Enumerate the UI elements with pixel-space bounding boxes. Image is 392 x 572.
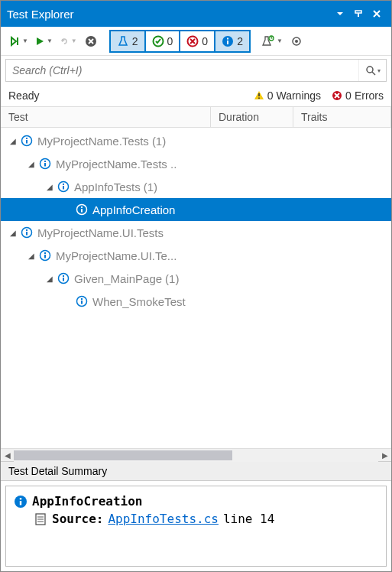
repeat-run-button[interactable]: ▼ — [56, 31, 80, 52]
svg-rect-21 — [44, 163, 46, 167]
errors-status[interactable]: 0 Errors — [332, 89, 384, 102]
search-button[interactable]: ▾ — [358, 60, 386, 81]
close-icon[interactable] — [368, 5, 385, 22]
svg-rect-0 — [355, 11, 361, 13]
run-all-button[interactable]: ▼ — [7, 31, 31, 52]
svg-rect-26 — [81, 206, 83, 208]
document-icon — [34, 512, 47, 526]
stop-button[interactable] — [80, 31, 102, 52]
chevron-down-icon: ▼ — [22, 37, 28, 44]
settings-button[interactable] — [286, 31, 307, 52]
svg-rect-20 — [44, 161, 46, 162]
horizontal-scrollbar[interactable]: ◀ ▶ — [1, 448, 391, 461]
test-counters: 2 0 0 2 — [109, 30, 251, 53]
info-icon — [76, 203, 88, 216]
scroll-right-icon[interactable]: ▶ — [378, 449, 391, 462]
detail-test-name: AppInfoCreation — [32, 494, 143, 509]
col-test[interactable]: Test — [1, 107, 211, 127]
errors-count: 0 — [345, 89, 352, 102]
source-suffix: line 14 — [223, 512, 274, 526]
info-icon — [21, 135, 33, 147]
detail-header: Test Detail Summary — [1, 461, 391, 481]
failed-tests-counter[interactable]: 0 — [180, 31, 215, 51]
source-link[interactable]: AppInfoTests.cs — [108, 512, 219, 526]
x-circle-icon — [186, 35, 199, 47]
svg-rect-1 — [358, 13, 359, 17]
status-row: Ready 0 Warnings 0 Errors — [1, 85, 391, 106]
chevron-down-icon: ▾ — [377, 67, 381, 74]
tree-node[interactable]: ◢ MyProjectName.UI.Te... — [1, 244, 391, 267]
svg-rect-30 — [26, 232, 28, 236]
svg-rect-23 — [63, 184, 64, 185]
total-count: 2 — [132, 35, 138, 47]
tree-node[interactable]: ◢ MyProjectName.UI.Tests — [1, 221, 391, 244]
warning-icon — [254, 90, 264, 101]
svg-rect-32 — [44, 252, 46, 254]
tree-node-selected[interactable]: AppInfoCreation — [1, 198, 391, 221]
not-run-tests-counter[interactable]: 2 — [215, 31, 249, 51]
col-traits[interactable]: Traits — [293, 107, 391, 127]
window-title: Test Explorer — [7, 8, 330, 21]
svg-rect-42 — [20, 501, 21, 505]
info-icon — [21, 226, 33, 239]
warnings-label: Warnings — [276, 89, 321, 102]
search-input[interactable] — [6, 61, 358, 80]
tree-node[interactable]: When_SmokeTest — [1, 290, 391, 313]
chevron-down-icon: ▼ — [277, 37, 283, 44]
chevron-down-icon: ▼ — [71, 37, 77, 44]
total-tests-counter[interactable]: 2 — [111, 31, 146, 51]
scroll-track[interactable] — [14, 449, 378, 462]
info-icon — [76, 295, 88, 307]
svg-rect-13 — [258, 93, 260, 96]
node-label: AppInfoCreation — [92, 203, 175, 216]
tree-node[interactable]: ◢ Given_MainPage (1) — [1, 267, 391, 290]
svg-rect-36 — [63, 278, 64, 281]
scroll-thumb[interactable] — [14, 450, 232, 460]
node-label: AppInfoTests — [74, 180, 141, 193]
collapse-icon[interactable]: ◢ — [27, 252, 36, 260]
svg-rect-17 — [26, 138, 28, 139]
svg-rect-2 — [17, 37, 18, 45]
warnings-status[interactable]: 0 Warnings — [254, 89, 321, 102]
info-icon — [57, 180, 70, 193]
run-button[interactable]: ▼ — [31, 31, 56, 52]
svg-rect-35 — [63, 275, 64, 277]
errors-label: Errors — [355, 89, 384, 102]
run-group: ▼ ▼ ▼ — [7, 31, 102, 52]
tree-node[interactable]: ◢ MyProjectName.Tests .. — [1, 152, 391, 175]
node-count: (1) — [144, 180, 157, 193]
error-icon — [332, 90, 342, 101]
info-solid-icon — [14, 495, 28, 509]
node-label: MyProjectName.Tests .. — [56, 158, 177, 171]
source-prefix: Source: — [52, 512, 103, 526]
detail-body: AppInfoCreation Source: AppInfoTests.cs … — [5, 486, 387, 567]
playlist-button[interactable]: ▼ — [258, 31, 286, 52]
scroll-left-icon[interactable]: ◀ — [1, 449, 14, 462]
svg-rect-8 — [227, 41, 228, 44]
svg-rect-27 — [81, 209, 83, 213]
tree-node[interactable]: ◢ AppInfoTests (1) — [1, 175, 391, 198]
node-label: MyProjectName.Tests — [37, 135, 149, 148]
node-label: MyProjectName.UI.Tests — [37, 226, 164, 239]
info-icon — [57, 272, 70, 284]
search-row: ▾ — [5, 59, 387, 82]
misc-group: ▼ — [258, 31, 307, 52]
collapse-icon[interactable]: ◢ — [27, 160, 36, 168]
tree-node[interactable]: ◢ MyProjectName.Tests (1) — [1, 129, 391, 152]
col-duration[interactable]: Duration — [211, 107, 293, 127]
collapse-icon[interactable]: ◢ — [8, 229, 18, 237]
pin-icon[interactable] — [350, 5, 367, 22]
svg-point-12 — [367, 67, 373, 73]
collapse-icon[interactable]: ◢ — [8, 137, 18, 145]
check-circle-icon — [152, 35, 164, 47]
flask-icon — [117, 35, 129, 47]
status-text: Ready — [8, 89, 243, 102]
chevron-down-icon: ▼ — [47, 37, 53, 44]
collapse-icon[interactable]: ◢ — [45, 183, 54, 191]
collapse-icon[interactable]: ◢ — [45, 275, 54, 283]
node-label: Given_MainPage — [74, 272, 162, 285]
svg-rect-14 — [258, 98, 260, 99]
passed-tests-counter[interactable]: 0 — [146, 31, 181, 51]
window-options-icon[interactable] — [332, 5, 348, 22]
failed-count: 0 — [202, 35, 208, 47]
